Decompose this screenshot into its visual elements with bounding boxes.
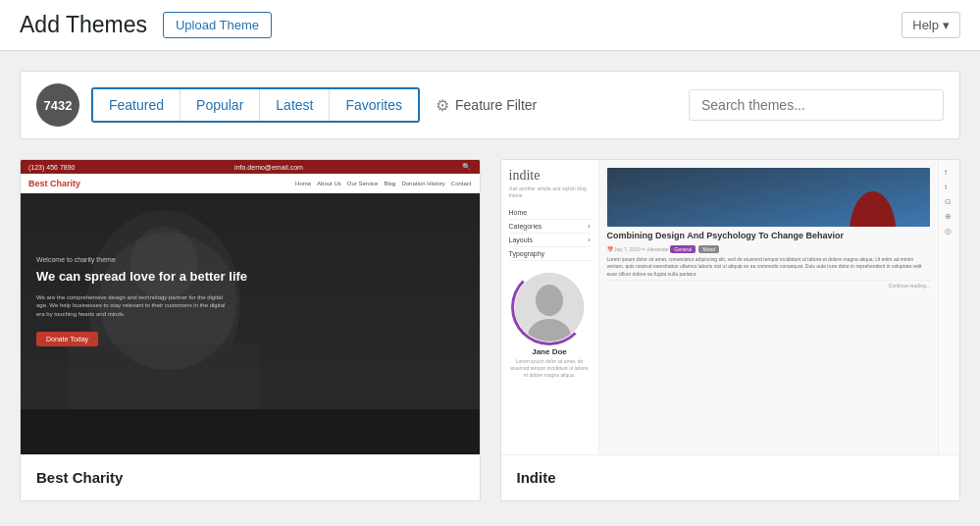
charity-description: We are the comprehensive design and tech… — [36, 293, 232, 318]
theme-card-indite: indite Just another simple and stylish b… — [500, 159, 961, 501]
filter-bar: 7432 Featured Popular Latest Favorites ⚙… — [20, 71, 960, 139]
charity-email: info.demo@email.com — [234, 164, 303, 171]
help-button[interactable]: Help ▾ — [902, 12, 960, 38]
charity-nav-links: Home About Us Our Service Blog Donation … — [295, 181, 471, 186]
charity-heading: We can spread love for a better life — [36, 269, 464, 286]
indite-logo: indite — [509, 168, 591, 184]
search-icon: 🔍 — [462, 163, 471, 171]
top-bar: Add Themes Upload Theme Help ▾ — [0, 0, 980, 51]
svg-point-5 — [536, 285, 563, 316]
tab-latest[interactable]: Latest — [260, 89, 330, 121]
indite-article-meta: 📅 July 7, 2019 ✏ Alexander General Mood — [607, 246, 931, 252]
indite-main: Combining Design And Psychology To Chang… — [599, 160, 939, 454]
charity-hero: Welcome to charity theme We can spread l… — [21, 193, 480, 409]
indite-profile-bio: Lorem ipsum dolor sit amet, do eiusmod t… — [509, 358, 591, 379]
top-left: Add Themes Upload Theme — [20, 12, 272, 38]
indite-menu-categories: Categories› — [509, 220, 591, 234]
facebook-icon: f — [945, 168, 954, 177]
search-wrapper — [689, 89, 944, 121]
indite-article-text: Lorem ipsum dolor sit amet, consectetur … — [607, 256, 931, 279]
upload-theme-button[interactable]: Upload Theme — [163, 12, 272, 38]
help-label: Help — [912, 18, 939, 32]
pinterest-icon: ⊕ — [945, 212, 954, 221]
indite-profile-name: Jane Doe — [509, 347, 591, 356]
indite-avatar — [515, 273, 584, 342]
svg-rect-3 — [69, 344, 260, 409]
tab-favorites[interactable]: Favorites — [330, 89, 418, 121]
theme-preview-indite: indite Just another simple and stylish b… — [501, 160, 960, 454]
indite-menu-layouts: Layouts› — [509, 234, 591, 247]
indite-profile: Jane Doe Lorem ipsum dolor sit amet, do … — [509, 273, 591, 379]
theme-footer-indite: Indite — [501, 454, 960, 500]
theme-name-indite: Indite — [517, 469, 556, 486]
indite-menu-home: Home — [509, 206, 591, 220]
charity-cta-button[interactable]: Donate Today — [36, 332, 98, 346]
feature-filter[interactable]: ⚙ Feature Filter — [436, 96, 537, 115]
indite-article-title: Combining Design And Psychology To Chang… — [607, 231, 931, 242]
page-title: Add Themes — [20, 12, 147, 38]
charity-topbar: (123) 456 7890 info.demo@email.com 🔍 — [21, 160, 480, 174]
theme-footer-best-charity: Best Charity — [21, 454, 480, 500]
google-icon: G — [945, 197, 954, 206]
twitter-icon: t — [945, 183, 954, 191]
charity-logo: Best Charity — [28, 179, 80, 188]
tab-popular[interactable]: Popular — [181, 89, 260, 121]
themes-grid: (123) 456 7890 info.demo@email.com 🔍 Bes… — [20, 159, 960, 501]
indite-badge-mood: Mood — [698, 245, 719, 253]
indite-article-author: ✏ Alexander — [642, 246, 669, 252]
search-input[interactable] — [689, 89, 944, 121]
main-content: 7432 Featured Popular Latest Favorites ⚙… — [0, 51, 980, 521]
tabs-wrapper: Featured Popular Latest Favorites — [91, 87, 420, 123]
indite-social-icons: f t G ⊕ ◎ — [938, 160, 959, 454]
indite-menu-typography: Typography — [509, 247, 591, 261]
theme-count-badge: 7432 — [36, 83, 79, 127]
charity-phone: (123) 456 7890 — [28, 164, 75, 171]
indite-tagline: Just another simple and stylish blog the… — [509, 185, 591, 198]
indite-article-date: 📅 July 7, 2019 — [607, 246, 641, 252]
gear-icon: ⚙ — [436, 96, 449, 115]
indite-read-more: Continue reading... — [607, 280, 931, 289]
indite-sidebar: indite Just another simple and stylish b… — [501, 160, 599, 454]
theme-preview-best-charity: (123) 456 7890 info.demo@email.com 🔍 Bes… — [21, 160, 480, 454]
theme-card-best-charity: (123) 456 7890 info.demo@email.com 🔍 Bes… — [20, 159, 481, 501]
charity-subtitle: Welcome to charity theme — [36, 256, 464, 263]
indite-article-image — [607, 168, 931, 227]
feature-filter-label: Feature Filter — [455, 97, 537, 113]
indite-badge-general: General — [670, 245, 696, 253]
chevron-down-icon: ▾ — [943, 18, 950, 32]
tab-featured[interactable]: Featured — [93, 89, 181, 121]
theme-name-best-charity: Best Charity — [36, 469, 123, 486]
charity-nav: Best Charity Home About Us Our Service B… — [21, 174, 480, 193]
instagram-icon: ◎ — [945, 227, 954, 236]
